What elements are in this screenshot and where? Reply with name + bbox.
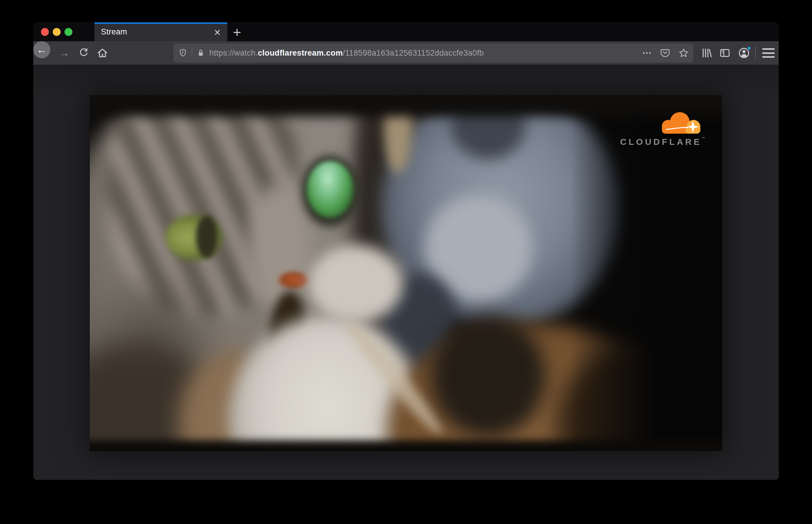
lock-icon[interactable] (196, 49, 205, 58)
close-tab-icon[interactable]: × (211, 22, 224, 41)
traffic-lights (41, 22, 72, 41)
back-button[interactable]: ← (33, 41, 50, 58)
tab-title: Stream (101, 27, 127, 36)
video-player[interactable]: CLOUDFLARE™ (90, 95, 722, 451)
tab-stream[interactable]: Stream × (95, 22, 227, 41)
address-bar[interactable]: https://watch.cloudflarestream.com/11859… (174, 44, 693, 62)
cat-muzzle (308, 245, 403, 323)
url-scheme: https://watch. (209, 49, 258, 58)
library-button[interactable] (701, 47, 713, 59)
cloudflare-wordmark: CLOUDFLARE™ (620, 136, 705, 147)
browser-window: Stream × + ← → (33, 22, 779, 480)
urlbar-divider (192, 48, 192, 58)
reload-icon (78, 47, 89, 59)
cat-right-eye (307, 161, 354, 218)
home-button[interactable] (96, 41, 109, 65)
active-tab-accent (95, 22, 227, 24)
toolbar-divider (755, 47, 756, 60)
url-domain: cloudflarestream.com (258, 49, 343, 58)
tab-bar: Stream × + (33, 22, 779, 41)
home-icon (97, 47, 108, 59)
bookmark-star-icon[interactable] (678, 47, 689, 59)
pocket-icon[interactable] (660, 48, 670, 58)
page-actions-icon[interactable] (642, 48, 652, 58)
new-tab-button[interactable]: + (228, 22, 246, 41)
cat-nose (274, 269, 313, 291)
url-text: https://watch.cloudflarestream.com/11859… (209, 49, 484, 58)
sidebar-toggle-button[interactable] (719, 47, 731, 59)
forward-button[interactable]: → (58, 41, 71, 65)
urlbar-actions (642, 47, 689, 59)
minimize-window-button[interactable] (53, 28, 61, 36)
navigation-toolbar: ← → (33, 41, 779, 65)
account-notification-dot (747, 46, 751, 50)
cat-left-eye-pupil (196, 215, 217, 258)
zoom-window-button[interactable] (64, 28, 72, 36)
video-bottom-shade (90, 440, 722, 451)
close-window-button[interactable] (41, 28, 49, 36)
tracking-shield-icon[interactable] (178, 48, 188, 58)
cloudflare-watermark: CLOUDFLARE™ (608, 112, 705, 147)
page-content: CLOUDFLARE™ (33, 65, 779, 480)
midground-shadow (431, 316, 545, 437)
trademark-symbol: ™ (702, 136, 705, 141)
dark-background-right (570, 95, 722, 451)
menu-button[interactable] (762, 48, 775, 58)
reload-button[interactable] (78, 41, 90, 65)
url-path: /118598a163a125631152ddaccfe3a0fb (343, 49, 484, 58)
desktop-background: Stream × + ← → (0, 0, 812, 524)
cloudflare-cloud-icon (659, 112, 703, 134)
